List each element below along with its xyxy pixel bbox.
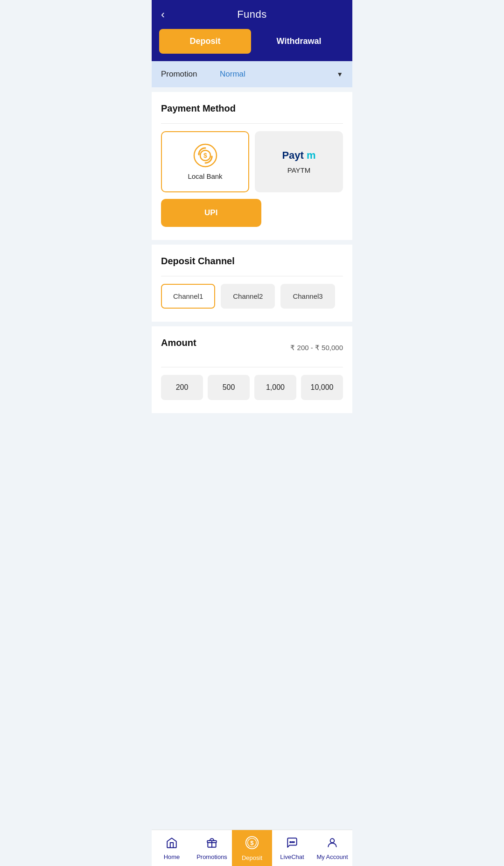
paytm-logo-icon: Pay t m (282, 149, 315, 162)
payment-method-title: Payment Method (161, 103, 343, 114)
channel-row: Channel1 Channel2 Channel3 (161, 284, 343, 309)
amount-chip-200[interactable]: 200 (161, 375, 203, 400)
svg-point-12 (294, 842, 294, 843)
channel2-item[interactable]: Channel2 (221, 284, 275, 309)
svg-point-13 (330, 838, 335, 843)
local-bank-label: Local Bank (188, 172, 222, 180)
amount-chip-1000[interactable]: 1,000 (254, 375, 296, 400)
page-title: Funds (237, 8, 267, 21)
amount-title: Amount (161, 338, 196, 348)
nav-myaccount-label: My Account (316, 853, 348, 860)
chevron-down-icon: ▼ (336, 70, 343, 78)
amount-header: Amount ₹ 200 - ₹ 50,000 (161, 338, 343, 358)
back-button[interactable]: ‹ (161, 8, 165, 21)
payment-local-bank[interactable]: $ Local Bank (161, 131, 249, 192)
user-icon (326, 837, 338, 852)
promotion-select[interactable]: Normal ▼ (220, 70, 343, 79)
payment-upi[interactable]: UPI (161, 199, 261, 227)
payment-grid: $ Local Bank Pay t m PAYTM (161, 131, 343, 192)
nav-home[interactable]: Home (152, 830, 192, 866)
promotion-label: Promotion (161, 70, 212, 79)
nav-promotions-label: Promotions (196, 853, 227, 860)
channel1-item[interactable]: Channel1 (161, 284, 215, 309)
svg-point-10 (290, 842, 291, 843)
nav-deposit-label: Deposit (242, 854, 262, 861)
svg-text:$: $ (203, 152, 207, 159)
svg-text:$: $ (250, 839, 254, 846)
deposit-channel-title: Deposit Channel (161, 256, 343, 267)
nav-livechat-label: LiveChat (280, 853, 304, 860)
home-icon (166, 837, 178, 852)
promotion-row: Promotion Normal ▼ (152, 61, 352, 87)
bottom-nav: Home Promotions $ Deposit (152, 830, 352, 866)
svg-point-11 (292, 842, 293, 843)
amount-section: Amount ₹ 200 - ₹ 50,000 200 500 1,000 10… (152, 326, 352, 413)
amount-chip-10000[interactable]: 10,000 (301, 375, 343, 400)
promotion-value: Normal (220, 70, 245, 79)
local-bank-icon: $ (193, 143, 217, 168)
deposit-channel-section: Deposit Channel Channel1 Channel2 Channe… (152, 245, 352, 322)
header: ‹ Funds (152, 0, 352, 29)
tab-row: Deposit Withdrawal (152, 29, 352, 61)
nav-home-label: Home (164, 853, 180, 860)
amount-range: ₹ 200 - ₹ 50,000 (290, 344, 343, 352)
payment-paytm[interactable]: Pay t m PAYTM (255, 131, 343, 192)
deposit-tab[interactable]: Deposit (159, 29, 251, 54)
chat-icon (286, 837, 298, 852)
channel3-item[interactable]: Channel3 (280, 284, 335, 309)
withdrawal-tab[interactable]: Withdrawal (253, 29, 345, 54)
nav-myaccount[interactable]: My Account (312, 830, 352, 866)
gift-icon (206, 837, 218, 852)
deposit-icon: $ (245, 836, 259, 852)
nav-deposit[interactable]: $ Deposit (232, 830, 272, 866)
amount-grid: 200 500 1,000 10,000 (161, 375, 343, 400)
payment-method-section: Payment Method $ Local (152, 92, 352, 240)
nav-livechat[interactable]: LiveChat (272, 830, 312, 866)
paytm-label: PAYTM (287, 166, 310, 174)
nav-promotions[interactable]: Promotions (192, 830, 232, 866)
amount-chip-500[interactable]: 500 (208, 375, 250, 400)
